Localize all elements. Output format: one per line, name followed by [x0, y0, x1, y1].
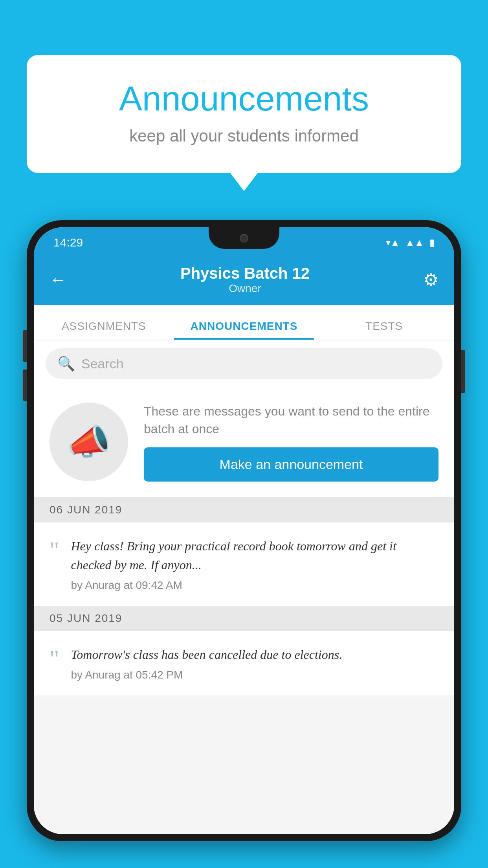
- phone-button-volume-down: [23, 370, 27, 401]
- announcement-intro-card: 📣 These are messages you want to send to…: [34, 387, 454, 497]
- app-bar-title: Physics Batch 12: [180, 265, 310, 282]
- search-bar[interactable]: 🔍 Search: [46, 348, 442, 379]
- app-bar-subtitle: Owner: [180, 282, 310, 295]
- signal-icon: ▲▲: [405, 237, 424, 248]
- phone-button-volume-up: [23, 330, 27, 362]
- quote-icon-2: ": [50, 647, 59, 670]
- phone-camera: [240, 234, 248, 243]
- phone-notch: [209, 227, 279, 249]
- search-icon: 🔍: [57, 355, 75, 372]
- status-time: 14:29: [53, 236, 83, 249]
- app-bar: ← Physics Batch 12 Owner ⚙: [34, 254, 454, 305]
- megaphone-icon-circle: 📣: [50, 403, 128, 481]
- announcement-right: These are messages you want to send to t…: [144, 403, 438, 482]
- phone-button-power: [461, 350, 465, 393]
- back-button[interactable]: ←: [50, 270, 67, 289]
- phone-container: 14:29 ▾▲ ▲▲ ▮ ← Physics Batch 12 Owner ⚙: [27, 220, 461, 868]
- megaphone-icon: 📣: [67, 421, 111, 463]
- tab-announcements[interactable]: ANNOUNCEMENTS: [174, 320, 314, 340]
- announcement-description: These are messages you want to send to t…: [144, 403, 438, 438]
- phone-outer: 14:29 ▾▲ ▲▲ ▮ ← Physics Batch 12 Owner ⚙: [27, 220, 461, 841]
- message-text-2: Tomorrow's class has been cancelled due …: [71, 645, 439, 664]
- message-content-1: Hey class! Bring your practical record b…: [71, 537, 439, 592]
- settings-icon[interactable]: ⚙: [423, 270, 438, 290]
- date-separator-2: 05 JUN 2019: [34, 606, 454, 631]
- status-icons: ▾▲ ▲▲ ▮: [386, 237, 435, 248]
- search-container: 🔍 Search: [34, 340, 454, 387]
- search-input[interactable]: Search: [81, 356, 124, 371]
- message-content-2: Tomorrow's class has been cancelled due …: [71, 645, 439, 681]
- bubble-subtitle: keep all your students informed: [58, 127, 430, 145]
- message-item-2[interactable]: " Tomorrow's class has been cancelled du…: [34, 631, 454, 695]
- make-announcement-button[interactable]: Make an announcement: [144, 447, 438, 482]
- date-separator-1: 06 JUN 2019: [34, 497, 454, 522]
- screen-content: 🔍 Search 📣 These are messages you want t…: [34, 340, 454, 834]
- message-meta-2: by Anurag at 05:42 PM: [71, 669, 439, 681]
- message-item-1[interactable]: " Hey class! Bring your practical record…: [34, 522, 454, 606]
- app-bar-title-group: Physics Batch 12 Owner: [180, 265, 310, 295]
- quote-icon-1: ": [50, 538, 59, 562]
- wifi-icon: ▾▲: [386, 237, 400, 248]
- speech-bubble-container: Announcements keep all your students inf…: [27, 55, 461, 173]
- message-meta-1: by Anurag at 09:42 AM: [71, 579, 439, 592]
- message-text-1: Hey class! Bring your practical record b…: [71, 537, 439, 574]
- tab-assignments[interactable]: ASSIGNMENTS: [34, 320, 174, 340]
- tabs-bar: ASSIGNMENTS ANNOUNCEMENTS TESTS: [34, 305, 454, 340]
- battery-icon: ▮: [429, 237, 435, 248]
- bubble-title: Announcements: [58, 79, 430, 119]
- tab-tests[interactable]: TESTS: [314, 320, 454, 340]
- phone-screen: 14:29 ▾▲ ▲▲ ▮ ← Physics Batch 12 Owner ⚙: [34, 227, 454, 834]
- speech-bubble: Announcements keep all your students inf…: [27, 55, 461, 173]
